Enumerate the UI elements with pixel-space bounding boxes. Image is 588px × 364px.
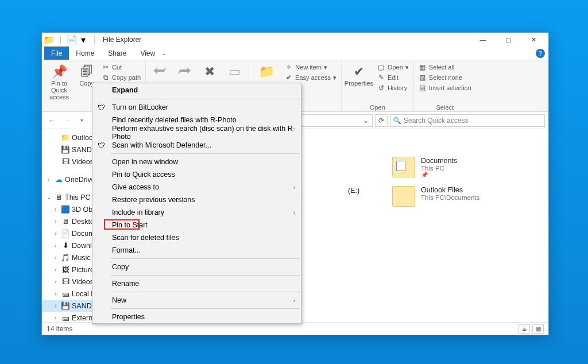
rename-button[interactable]: ▭ xyxy=(224,63,245,80)
search-input[interactable]: 🔍 Search Quick access xyxy=(390,114,545,127)
ctx-open-new[interactable]: Open in new window xyxy=(92,156,301,168)
select-all-button[interactable]: ▦Select all xyxy=(417,63,473,72)
copy-path-button[interactable]: ⧉Copy path xyxy=(100,73,142,82)
history-button[interactable]: ↺History xyxy=(376,83,410,92)
file-icon[interactable]: 📄 xyxy=(67,35,76,44)
chevron-right-icon: › xyxy=(293,297,295,304)
refresh-button[interactable]: ⟳ xyxy=(375,114,388,127)
new-folder-button[interactable]: 📁 xyxy=(253,63,280,80)
open-button[interactable]: ▢Open ▾ xyxy=(376,63,410,72)
ctx-format[interactable]: Format... xyxy=(92,244,301,257)
tab-home[interactable]: Home xyxy=(69,47,101,60)
shield-icon: 🛡 xyxy=(96,103,106,112)
folder-icon xyxy=(392,157,415,177)
ctx-rename[interactable]: Rename xyxy=(92,277,301,290)
select-all-icon: ▦ xyxy=(419,63,427,71)
item-outlook[interactable]: Outlook Files This PC\Documents xyxy=(392,186,479,207)
context-menu: Expand 🛡Turn on BitLocker Find recently … xyxy=(92,83,301,324)
delete-icon: ✖ xyxy=(204,64,215,80)
search-placeholder: Search Quick access xyxy=(404,117,469,125)
qat-menu-icon[interactable]: ▾ xyxy=(79,35,88,44)
item-subtitle: This PC\Documents xyxy=(421,194,479,201)
defender-icon: 🛡 xyxy=(96,141,106,150)
back-button[interactable]: ← xyxy=(45,114,58,127)
view-large-button[interactable]: ▦ xyxy=(532,324,544,334)
window-title: File Explorer xyxy=(103,36,141,44)
history-icon: ↺ xyxy=(377,84,385,92)
ctx-give-access[interactable]: Give access to› xyxy=(92,181,301,193)
item-title: Outlook Files xyxy=(421,186,479,194)
ctx-bitlocker[interactable]: 🛡Turn on BitLocker xyxy=(92,101,301,114)
search-icon: 🔍 xyxy=(393,117,401,125)
easy-access-button[interactable]: ✔Easy access ▾ xyxy=(284,73,338,82)
ctx-rphoto-scan[interactable]: Perform exhaustive search (disc scan) on… xyxy=(92,126,301,139)
select-none-icon: ▧ xyxy=(419,73,427,82)
edit-icon: ✎ xyxy=(377,73,385,82)
pin-icon: 📌 xyxy=(52,64,67,80)
path-icon: ⧉ xyxy=(102,73,110,82)
cut-icon: ✂ xyxy=(102,63,110,71)
properties-icon: ✔ xyxy=(354,64,364,80)
rename-icon: ▭ xyxy=(229,64,241,80)
properties-button[interactable]: ✔ Properties xyxy=(345,63,373,87)
delete-button[interactable]: ✖ xyxy=(199,63,220,80)
ctx-new[interactable]: New› xyxy=(92,294,301,307)
forward-button[interactable]: → xyxy=(60,114,73,127)
quick-access-toolbar: 📁 | 📄 ▾ | xyxy=(44,35,99,44)
copy-to-button[interactable]: ⮫ xyxy=(174,63,195,80)
ribbon-tabs: File Home Share View ⌄ ? xyxy=(42,47,548,60)
invert-icon: ▤ xyxy=(419,84,427,92)
ctx-properties[interactable]: Properties xyxy=(92,311,301,323)
copy-to-icon: ⮫ xyxy=(179,64,191,80)
ctx-expand[interactable]: Expand xyxy=(92,83,301,97)
status-bar: 14 items ≣ ▦ xyxy=(42,322,548,335)
ctx-pin-quick[interactable]: Pin to Quick access xyxy=(92,168,301,181)
tab-view[interactable]: View xyxy=(133,47,162,60)
help-icon[interactable]: ? xyxy=(536,49,545,58)
chevron-right-icon: › xyxy=(293,184,295,191)
tab-share[interactable]: Share xyxy=(101,47,133,60)
drive-e-label[interactable]: (E:) xyxy=(348,187,359,195)
open-icon: ▢ xyxy=(377,63,385,71)
ctx-defender[interactable]: 🛡Scan with Microsoft Defender... xyxy=(92,139,301,152)
new-item-button[interactable]: ✧New item ▾ xyxy=(284,63,338,72)
ctx-copy[interactable]: Copy xyxy=(92,261,301,273)
item-title: Documents xyxy=(421,157,457,165)
title-bar: 📁 | 📄 ▾ | File Explorer — ▢ ✕ xyxy=(42,33,548,47)
pin-icon: 📌 xyxy=(421,172,457,178)
copy-icon: 🗐 xyxy=(80,64,93,80)
item-documents[interactable]: Documents This PC 📌 xyxy=(392,157,479,178)
select-none-button[interactable]: ▧Select none xyxy=(417,73,473,82)
ribbon-collapse-icon[interactable]: ⌄ xyxy=(162,50,167,56)
minimize-button[interactable]: — xyxy=(470,33,496,47)
edit-button[interactable]: ✎Edit xyxy=(376,73,410,82)
tab-file[interactable]: File xyxy=(44,47,69,60)
new-folder-icon: 📁 xyxy=(259,64,274,80)
cut-button[interactable]: ✂Cut xyxy=(100,63,142,72)
qat-sep-icon: | xyxy=(56,35,65,44)
status-count: 14 items xyxy=(47,325,72,333)
ctx-scan-deleted[interactable]: Scan for deleted files xyxy=(92,231,301,244)
pin-quick-access-button[interactable]: 📌 Pin to Quick access xyxy=(45,63,73,100)
maximize-button[interactable]: ▢ xyxy=(496,33,521,47)
recent-button[interactable]: ▾ xyxy=(75,114,88,127)
ctx-restore[interactable]: Restore previous versions xyxy=(92,193,301,206)
move-icon: ⮨ xyxy=(154,64,167,80)
ctx-include-lib[interactable]: Include in library› xyxy=(92,206,301,219)
chevron-right-icon: › xyxy=(293,210,295,216)
item-subtitle: This PC xyxy=(421,165,457,172)
chevron-down-icon[interactable]: ⌄ xyxy=(363,117,369,125)
folder-icon xyxy=(392,186,415,207)
close-button[interactable]: ✕ xyxy=(521,33,546,47)
highlight-box xyxy=(104,219,140,230)
invert-selection-button[interactable]: ▤Invert selection xyxy=(417,83,473,92)
qat-sep-icon: | xyxy=(90,35,99,44)
folder-icon: 📁 xyxy=(44,35,53,44)
move-to-button[interactable]: ⮨ xyxy=(149,63,171,80)
new-item-icon: ✧ xyxy=(285,63,293,71)
easy-access-icon: ✔ xyxy=(285,73,293,82)
view-details-button[interactable]: ≣ xyxy=(519,324,530,334)
